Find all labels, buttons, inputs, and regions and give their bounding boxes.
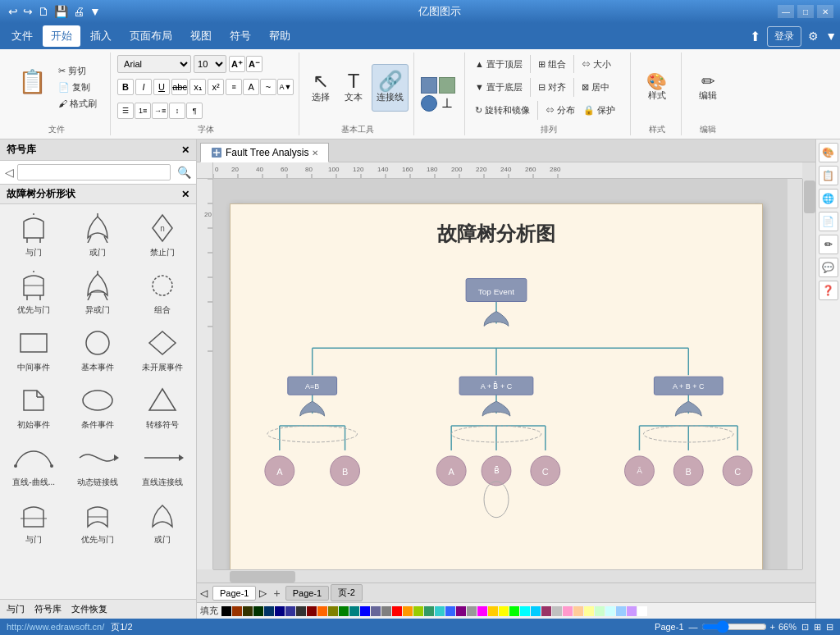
shape-other-button[interactable]: ⊥ [439,95,455,112]
color-purple[interactable] [456,606,466,616]
fit-page-icon[interactable]: ⊡ [801,622,809,633]
shape-or-gate[interactable]: 或门 [67,208,128,262]
color-orange[interactable] [317,606,327,616]
strikethrough-button[interactable]: abc [171,79,188,95]
panel-color-button[interactable]: 🎨 [819,143,838,162]
login-button[interactable]: 登录 [767,26,801,47]
color-dark-gray[interactable] [296,606,306,616]
canvas-wrapper[interactable]: 0 20 40 60 80 100 120 140 [197,162,815,582]
color-light-gray[interactable] [467,606,477,616]
number-list-button[interactable]: 1≡ [135,103,151,119]
color-peach[interactable] [573,606,583,616]
font-size-select[interactable]: 10 [194,55,226,73]
increase-font-button[interactable]: A⁺ [229,56,245,72]
color-bright-yellow[interactable] [499,606,509,616]
color-bright-cyan[interactable] [520,606,530,616]
new-icon[interactable]: 🗋 [36,5,51,18]
color-pale-green[interactable] [595,606,605,616]
panel-web-button[interactable]: 🌐 [819,189,838,208]
paste-button[interactable]: 📋 [13,63,52,99]
text-tool-button[interactable]: T 文本 [339,64,368,112]
color-cyan[interactable] [435,606,445,616]
menu-home[interactable]: 开始 [43,25,80,47]
indent-button[interactable]: →≡ [152,103,168,119]
maximize-button[interactable]: □ [797,5,814,18]
center-button[interactable]: ⊠ 居中 [578,80,613,95]
color-green[interactable] [339,606,349,616]
color-dark-red[interactable] [232,606,242,616]
shape-priority-and[interactable]: 优先与门 [3,265,64,319]
color-dark-olive[interactable] [243,606,253,616]
bold-button[interactable]: B [117,79,134,95]
page-tab-nav-left[interactable]: ◁ [200,587,208,599]
color-yellow[interactable] [488,606,498,616]
panel-format-button[interactable]: 📋 [819,166,838,185]
panel-help-button[interactable]: ❓ [819,281,838,300]
shape-condition-event[interactable]: 条件事件 [67,380,128,434]
shape-line-curve[interactable]: 直线-曲线... [3,437,64,491]
back-icon[interactable]: ◁ [5,166,14,179]
save-icon[interactable]: 💾 [52,5,70,18]
page-tab-2[interactable]: 页-2 [331,584,363,601]
canvas-scroll[interactable]: 故障树分析图 [213,179,815,569]
color-dark-teal[interactable] [264,606,274,616]
color-gray[interactable] [381,606,391,616]
canvas[interactable]: 故障树分析图 [213,179,788,569]
connect-tool-button[interactable]: 🔗 连接线 [372,64,409,112]
group-button[interactable]: ⊞ 组合 [535,57,569,72]
menu-insert[interactable]: 插入 [82,25,120,47]
line-spacing-button[interactable]: ↕ [169,103,185,119]
protect-button[interactable]: 🔒 保护 [580,103,619,118]
underline-button[interactable]: U [153,79,170,95]
color-blue[interactable] [360,606,370,616]
shape-dynamic-link[interactable]: 动态链接线 [67,437,128,491]
shape-and-gate2[interactable]: 与门 [3,495,64,549]
font-family-select[interactable]: Arial [117,55,191,73]
color-navy[interactable] [275,606,285,616]
color-royal-blue[interactable] [445,606,455,616]
color-teal[interactable] [349,606,359,616]
subscript-button[interactable]: x₁ [189,79,206,95]
send-to-back-button[interactable]: ▼ 置于底层 [472,80,526,95]
menu-view[interactable]: 视图 [182,25,220,47]
redo-icon[interactable]: ↪ [21,5,34,18]
highlight-button[interactable]: ~ [260,79,276,95]
bring-to-front-button[interactable]: ▲ 置于顶层 [472,57,526,72]
paragraph-button[interactable]: ¶ [186,103,203,119]
print-icon[interactable]: 🖨 [71,5,86,18]
horizontal-scrollbar[interactable] [213,569,802,582]
shape-inhibit-gate[interactable]: n 禁止门 [132,208,193,262]
zoom-in-icon[interactable]: + [770,622,775,632]
doc-tab-fault-tree[interactable]: Fault Tree Analysis ✕ [200,143,329,162]
shape-basic-event[interactable]: 基本事件 [67,322,128,377]
color-silver[interactable] [552,606,562,616]
share-icon[interactable]: ⬆ [750,29,760,44]
color-lavender[interactable] [627,606,637,616]
close-button[interactable]: ✕ [817,5,833,18]
shape-transfer-symbol[interactable]: 转移符号 [132,380,193,434]
zoom-slider[interactable] [701,620,767,633]
font-color-button[interactable]: A▼ [277,79,294,95]
status-url[interactable]: http://www.edrawsoft.cn/ [7,622,104,632]
page-tab-label-1[interactable]: Page-1 [285,586,329,601]
shape-and-gate[interactable]: 与门 [3,208,64,262]
quick-access-toolbar[interactable]: ↩ ↪ 🗋 💾 🖨 ▼ [7,5,103,18]
format-painter-button[interactable]: 🖌 格式刷 [55,96,100,112]
panel-page-button[interactable]: 📄 [819,212,838,231]
settings-icon[interactable]: ⚙ [808,30,819,43]
color-medium-blue[interactable] [371,606,381,616]
page-tab-nav-right[interactable]: ▷ [259,587,267,599]
minimize-button[interactable]: — [778,5,794,18]
color-pale-yellow[interactable] [584,606,594,616]
decrease-font-button[interactable]: A⁻ [246,56,262,72]
color-amber[interactable] [403,606,413,616]
shape-priority-and2[interactable]: 优先与门 [67,495,128,549]
text-color-button[interactable]: A [243,79,259,95]
shape-fill-button[interactable] [439,77,455,94]
color-magenta[interactable] [477,606,487,616]
search-icon[interactable]: 🔍 [177,166,191,179]
size-button[interactable]: ⇔ 大小 [578,57,614,72]
view-mode-icon[interactable]: ⊞ [814,622,821,633]
menu-help[interactable]: 帮助 [261,25,299,47]
undo-icon[interactable]: ↩ [7,5,20,18]
